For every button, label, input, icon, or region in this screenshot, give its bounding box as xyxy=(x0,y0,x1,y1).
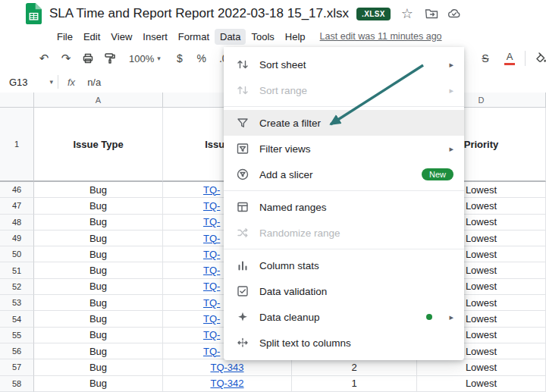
menu-item-label: Create a filter xyxy=(259,118,453,129)
last-edit-link[interactable]: Last edit was 11 minutes ago xyxy=(320,31,442,42)
issue-key-link[interactable]: TQ- xyxy=(203,216,220,227)
submenu-arrow-icon: ▸ xyxy=(449,312,453,322)
printer-icon xyxy=(81,52,95,65)
menu-tools[interactable]: Tools xyxy=(246,29,279,45)
cell-priority[interactable]: Lowest xyxy=(417,376,546,392)
issue-key-link[interactable]: TQ-343 xyxy=(210,362,243,373)
menu-item-data-validation[interactable]: Data validation xyxy=(224,278,464,304)
column-header-a[interactable]: A xyxy=(34,93,163,108)
row-number[interactable]: 1 xyxy=(0,108,34,182)
row-number[interactable]: 51 xyxy=(0,262,34,278)
formula-bar-divider xyxy=(58,75,58,89)
menu-item-split-text-to-columns[interactable]: Split text to columns xyxy=(224,330,464,356)
menu-edit[interactable]: Edit xyxy=(78,29,105,45)
format-currency-button[interactable]: $ xyxy=(171,49,189,68)
row-number[interactable]: 49 xyxy=(0,230,34,246)
cell-issue-type[interactable]: Bug xyxy=(34,262,163,278)
cell-priority[interactable]: Lowest xyxy=(417,359,546,375)
cell-value[interactable]: 1 xyxy=(292,376,417,392)
menu-item-randomize-range[interactable]: Randomize range xyxy=(224,220,464,246)
issue-key-link[interactable]: TQ- xyxy=(203,281,220,292)
named-ranges-icon xyxy=(236,200,249,214)
menu-item-sort-range[interactable]: Sort range ▸ xyxy=(224,77,464,103)
submenu-arrow-icon: ▸ xyxy=(449,86,453,96)
cell-issue-type[interactable]: Bug xyxy=(34,376,163,392)
print-button[interactable] xyxy=(79,49,97,68)
menu-view[interactable]: View xyxy=(105,29,137,45)
issue-key-link[interactable]: TQ- xyxy=(203,249,220,260)
menu-item-data-cleanup[interactable]: Data cleanup ▸ xyxy=(224,304,464,330)
menu-item-label: Data validation xyxy=(259,286,453,297)
cell-issue-type[interactable]: Bug xyxy=(34,359,163,375)
menu-file[interactable]: File xyxy=(52,29,78,45)
fill-color-button[interactable] xyxy=(532,49,546,68)
cell-issue-type[interactable]: Bug xyxy=(34,215,163,230)
format-percent-button[interactable]: % xyxy=(193,49,211,68)
name-box[interactable]: G13 ▾ xyxy=(0,77,53,88)
issue-key-link[interactable]: TQ-342 xyxy=(210,378,243,389)
header-cell-issue-type[interactable]: Issue Type xyxy=(34,108,163,182)
row-number[interactable]: 55 xyxy=(0,328,34,343)
cell-issue-type[interactable]: Bug xyxy=(34,182,163,198)
menu-item-named-ranges[interactable]: Named ranges xyxy=(224,194,464,220)
cell-issue-type[interactable]: Bug xyxy=(34,230,163,246)
row-number[interactable]: 50 xyxy=(0,246,34,262)
shuffle-icon xyxy=(236,226,249,240)
menu-item-filter-views[interactable]: Filter views ▸ xyxy=(224,136,464,162)
issue-key-link[interactable]: TQ- xyxy=(203,184,220,196)
move-folder-icon[interactable] xyxy=(424,6,439,21)
row-number[interactable]: 57 xyxy=(0,359,34,375)
menu-insert[interactable]: Insert xyxy=(137,29,173,45)
issue-key-link[interactable]: TQ- xyxy=(203,297,220,309)
issue-key-link[interactable]: TQ- xyxy=(203,329,220,340)
row-number[interactable]: 52 xyxy=(0,279,34,295)
menu-item-label: Randomize range xyxy=(259,227,453,239)
cell-issue-type[interactable]: Bug xyxy=(34,343,163,359)
menu-format[interactable]: Format xyxy=(173,29,215,45)
menu-item-column-stats[interactable]: Column stats xyxy=(224,252,464,278)
menu-item-create-a-filter[interactable]: Create a filter xyxy=(224,110,464,136)
menu-help[interactable]: Help xyxy=(280,29,311,45)
issue-key-link[interactable]: TQ- xyxy=(203,313,220,325)
redo-button[interactable]: ↷ xyxy=(57,49,75,68)
cell-issue-type[interactable]: Bug xyxy=(34,328,163,343)
row-number[interactable]: 46 xyxy=(0,182,34,198)
text-color-button[interactable]: A xyxy=(500,49,519,68)
row-number[interactable]: 56 xyxy=(0,343,34,359)
select-all-corner[interactable] xyxy=(0,93,34,108)
sort-icon xyxy=(236,58,249,71)
issue-key-link[interactable]: TQ- xyxy=(203,346,220,357)
menu-data[interactable]: Data xyxy=(215,29,246,45)
row-number[interactable]: 58 xyxy=(0,376,34,392)
filter-views-icon xyxy=(236,142,249,155)
cell-issue-type[interactable]: Bug xyxy=(34,198,163,214)
star-icon[interactable]: ☆ xyxy=(398,5,416,22)
paint-format-button[interactable] xyxy=(101,49,119,68)
funnel-icon xyxy=(236,116,249,130)
issue-key-link[interactable]: TQ- xyxy=(203,200,220,212)
issue-key-link[interactable]: TQ- xyxy=(203,233,220,244)
cell-issue-type[interactable]: Bug xyxy=(34,311,163,327)
document-title[interactable]: SLA Time and Report Report 2022-03-18 15… xyxy=(49,6,349,21)
zoom-control[interactable]: 100% ▾ xyxy=(123,53,167,64)
row-number[interactable]: 47 xyxy=(0,198,34,214)
menu-item-sort-sheet[interactable]: Sort sheet ▸ xyxy=(224,52,464,77)
cell-issue-type[interactable]: Bug xyxy=(34,279,163,295)
undo-button[interactable]: ↶ xyxy=(35,49,53,68)
cell-issue-type[interactable]: Bug xyxy=(34,246,163,262)
cell-issue-type[interactable]: Bug xyxy=(34,295,163,311)
cleanup-icon xyxy=(236,310,249,324)
strikethrough-button[interactable]: S xyxy=(476,49,494,68)
cell-issue-key[interactable]: TQ-343 xyxy=(163,359,292,375)
row-number[interactable]: 54 xyxy=(0,311,34,327)
row-number[interactable]: 48 xyxy=(0,215,34,230)
menu-item-label: Data cleanup xyxy=(259,312,416,323)
row-number[interactable]: 53 xyxy=(0,295,34,311)
cell-issue-key[interactable]: TQ-342 xyxy=(163,376,292,392)
sheets-logo[interactable] xyxy=(26,3,42,24)
formula-bar-value[interactable]: n/a xyxy=(87,77,101,88)
cloud-status-icon[interactable] xyxy=(447,6,462,21)
menu-item-add-a-slicer[interactable]: Add a slicer New xyxy=(224,162,464,187)
issue-key-link[interactable]: TQ- xyxy=(203,265,220,276)
cell-value[interactable]: 2 xyxy=(292,359,417,375)
